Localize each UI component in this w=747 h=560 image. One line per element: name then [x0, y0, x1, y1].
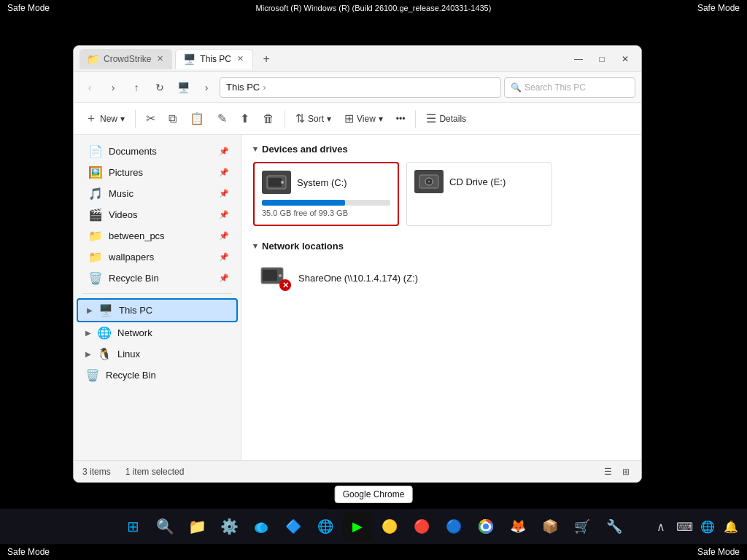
terminal-taskbar[interactable]: ▶: [343, 512, 372, 541]
copy-button[interactable]: ⧉: [163, 109, 182, 128]
between-pcs-pin: 📌: [219, 231, 229, 241]
new-label: New: [100, 114, 117, 124]
back-button[interactable]: ‹: [80, 77, 100, 98]
sidebar-item-music[interactable]: 🎵 Music 📌: [77, 183, 238, 204]
rename-button[interactable]: ✎: [212, 109, 233, 128]
sidebar-item-music-label: Music: [109, 188, 133, 199]
this-pc-tab-close[interactable]: ✕: [236, 52, 245, 65]
edge-icon-svg: [253, 518, 269, 534]
app-gear2-taskbar[interactable]: 🛒: [568, 512, 597, 541]
search-bar[interactable]: 🔍 Search This PC: [504, 77, 635, 98]
network-drive-z[interactable]: ✕ ShareOne (\\10.1.4.174) (Z:): [253, 259, 630, 297]
safe-mode-bottom-right: Safe Mode: [697, 547, 740, 557]
app-box-taskbar[interactable]: 📦: [535, 512, 565, 541]
refresh-button[interactable]: ↻: [150, 77, 170, 98]
devices-arrow: ▾: [253, 144, 258, 154]
sidebar: 📄 Documents 📌 🖼️ Pictures 📌 🎵 Music 📌 🎬 …: [74, 135, 241, 460]
sidebar-item-documents-label: Documents: [109, 146, 157, 157]
svg-point-11: [483, 524, 489, 529]
new-button[interactable]: ＋ New ▾: [80, 108, 131, 129]
status-grid-view[interactable]: ⊞: [619, 465, 632, 478]
safe-mode-top-bar: Safe Mode Microsoft (R) Windows (R) (Bui…: [0, 0, 747, 16]
sidebar-item-network[interactable]: ▶ 🌐 Network: [77, 322, 238, 343]
drive-c-name: System (C:): [297, 177, 347, 188]
tray-network-icon[interactable]: 🌐: [697, 516, 718, 537]
pictures-pin: 📌: [219, 168, 229, 177]
tray-arrow-icon[interactable]: ∧: [651, 516, 671, 537]
toolbar-sep-3: [415, 110, 416, 128]
drives-grid: System (C:) 35.0 GB free of 99.3 GB: [253, 162, 630, 226]
network-section-label: Network locations: [262, 241, 344, 252]
settings-taskbar[interactable]: ⚙️: [214, 512, 244, 541]
app-tool-taskbar[interactable]: 🔧: [600, 512, 629, 541]
sidebar-item-videos-label: Videos: [109, 209, 138, 220]
sidebar-item-this-pc[interactable]: ▶ 🖥️ This PC: [77, 298, 238, 322]
drive-cd-e[interactable]: CD Drive (E:): [406, 162, 552, 226]
view-button[interactable]: ⊞ View ▾: [338, 109, 389, 128]
tab-crowdstrike[interactable]: 📁 CrowdStrike ✕: [80, 49, 172, 69]
pictures-icon: 🖼️: [88, 166, 103, 179]
sidebar-item-recycle-pinned[interactable]: 🗑️ Recycle Bin 📌: [77, 268, 238, 289]
file-explorer-taskbar[interactable]: 📁: [182, 512, 212, 541]
start-button[interactable]: ⊞: [118, 512, 147, 541]
app-teal-taskbar[interactable]: 🔵: [439, 512, 468, 541]
tab-this-pc[interactable]: 🖥️ This PC ✕: [175, 49, 253, 69]
up-button[interactable]: ↑: [126, 77, 147, 98]
sidebar-item-pictures[interactable]: 🖼️ Pictures 📌: [77, 162, 238, 183]
hdd-svg: [266, 175, 287, 190]
minimize-button[interactable]: —: [568, 52, 589, 66]
app-yellow-taskbar[interactable]: 🟡: [375, 512, 404, 541]
paste-icon: 📋: [190, 112, 204, 125]
tray-bell-icon[interactable]: 🔔: [721, 516, 741, 537]
app-purple-taskbar[interactable]: 🔷: [279, 512, 308, 541]
new-tab-button[interactable]: +: [256, 49, 276, 69]
cd-svg: [419, 174, 439, 189]
drive-c-bar-bg: [262, 200, 390, 206]
app-blue2-taskbar[interactable]: 🌐: [311, 512, 340, 541]
sidebar-item-documents[interactable]: 📄 Documents 📌: [77, 141, 238, 162]
devices-section-label: Devices and drives: [262, 144, 348, 155]
maximize-button[interactable]: □: [592, 52, 612, 66]
content-area: ▾ Devices and drives System (C: [241, 135, 641, 460]
sidebar-item-wallpapers-label: wallpapers: [109, 252, 154, 262]
sidebar-item-wallpapers[interactable]: 📁 wallpapers 📌: [77, 246, 238, 268]
path-bar[interactable]: This PC ›: [220, 77, 501, 98]
edge-taskbar[interactable]: [247, 512, 276, 541]
devices-section-header[interactable]: ▾ Devices and drives: [253, 144, 630, 155]
search-button[interactable]: 🔍: [150, 512, 179, 541]
sidebar-item-this-pc-label: This PC: [119, 305, 152, 316]
sidebar-item-recycle[interactable]: 🗑️ Recycle Bin: [77, 365, 238, 386]
this-pc-tab-icon: 🖥️: [183, 53, 196, 65]
chrome-tooltip: Google Chrome: [335, 486, 413, 503]
close-button[interactable]: ✕: [615, 52, 635, 66]
cut-button[interactable]: ✂: [140, 109, 161, 128]
network-section-header[interactable]: ▾ Network locations: [253, 241, 630, 252]
paste-button[interactable]: 📋: [184, 109, 210, 128]
sidebar-item-recycle-pinned-label: Recycle Bin: [109, 273, 159, 284]
network-drive-error-icon: ✕: [279, 279, 291, 291]
crowdstrike-tab-icon: 📁: [87, 53, 99, 65]
firefox-taskbar[interactable]: 🦊: [503, 512, 533, 541]
address-bar: ‹ › ↑ ↻ 🖥️ › This PC › 🔍 Search This PC: [74, 72, 641, 103]
crowdstrike-tab-close[interactable]: ✕: [155, 52, 165, 65]
network-drive-icon: ✕: [260, 265, 291, 291]
share-button[interactable]: ⬆: [234, 109, 255, 128]
this-pc-expand-icon: ▶: [87, 306, 93, 314]
sidebar-item-pictures-label: Pictures: [109, 167, 143, 178]
chrome-taskbar[interactable]: [471, 512, 500, 541]
sort-button[interactable]: ⇅ Sort ▾: [290, 109, 337, 128]
app-orange-taskbar[interactable]: 🔴: [407, 512, 436, 541]
sidebar-item-between-pcs[interactable]: 📁 between_pcs 📌: [77, 225, 238, 246]
forward-button[interactable]: ›: [103, 77, 123, 98]
safe-mode-right: Safe Mode: [697, 3, 740, 13]
selected-count: 1 item selected: [125, 467, 185, 477]
tray-keyboard-icon[interactable]: ⌨: [674, 516, 694, 537]
details-button[interactable]: ☰ Details: [420, 109, 472, 128]
sidebar-item-linux[interactable]: ▶ 🐧 Linux: [77, 343, 238, 365]
status-list-view[interactable]: ☰: [601, 465, 615, 478]
more-button[interactable]: •••: [390, 111, 411, 127]
sidebar-item-videos[interactable]: 🎬 Videos 📌: [77, 204, 238, 225]
drive-system-c[interactable]: System (C:) 35.0 GB free of 99.3 GB: [253, 162, 399, 226]
delete-button[interactable]: 🗑: [257, 109, 280, 128]
delete-icon: 🗑: [263, 112, 274, 125]
